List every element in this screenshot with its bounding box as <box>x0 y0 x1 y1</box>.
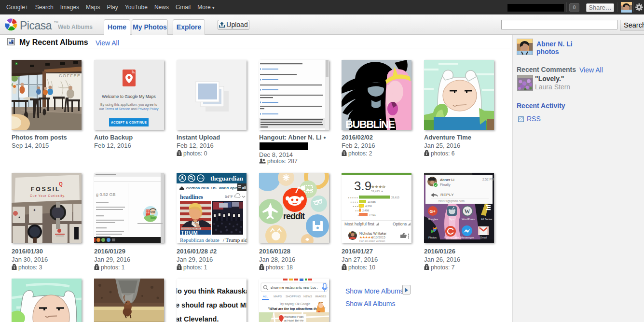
svg-text:7,401: 7,401 <box>369 213 376 216</box>
svg-text:our Terms of Service and Priva: our Terms of Service and Privacy Policy <box>99 107 159 111</box>
svg-text:SHOPPING: SHOPPING <box>286 295 301 298</box>
svg-text:● ●: ● ● <box>355 209 358 212</box>
svg-text:2:52 PM: 2:52 PM <box>482 178 494 181</box>
svg-text:world: world <box>219 186 229 190</box>
svg-text:headlines: headlines <box>180 194 203 200</box>
svg-text:REPLY: REPLY <box>440 193 454 197</box>
svg-text:1/10/2015: 1/10/2015 <box>371 236 385 239</box>
svg-text:at Cleveland.: at Cleveland. <box>177 315 219 322</box>
svg-text:3.9: 3.9 <box>354 179 371 193</box>
svg-text:G+: G+ <box>430 209 436 214</box>
svg-text:54°F: 54°F <box>225 195 233 199</box>
svg-text:Welcome to Google My Maps: Welcome to Google My Maps <box>102 94 155 99</box>
svg-text:Options: Options <box>393 222 407 226</box>
svg-text:★: ★ <box>381 184 385 189</box>
svg-text:e should rap about MI∶: e should rap about MI∶ <box>177 301 247 309</box>
svg-text:/ Trump sidelined: / Trump sidelined <box>223 237 247 243</box>
svg-text:TRUM: TRUM <box>181 230 198 236</box>
svg-text:Try saying: Ok Google: Try saying: Ok Google <box>279 302 311 306</box>
svg-text:●: ● <box>357 213 359 216</box>
svg-text:For an older version: For an older version <box>359 239 385 242</box>
svg-text:COFFEE: COFFEE <box>59 73 81 78</box>
svg-text:All Series: All Series <box>481 218 492 221</box>
svg-text:MAPS: MAPS <box>274 295 282 298</box>
svg-text:● ● ● ● ●: ● ● ● ● ● <box>348 196 358 199</box>
svg-text:Republican debate: Republican debate <box>180 237 219 243</box>
svg-text:IMAGES: IMAGES <box>315 295 326 298</box>
svg-text:show me restaurants near Los .: show me restaurants near Los . <box>271 286 318 289</box>
svg-text:US: US <box>211 186 216 190</box>
svg-text:● ● ● ●: ● ● ● ● <box>350 200 358 203</box>
svg-text:Gmail: Gmail <box>480 236 487 239</box>
svg-text:reddit: reddit <box>283 211 305 221</box>
svg-text:BUBBLİNE: BUBBLİNE <box>345 118 395 130</box>
svg-text:Google+: Google+ <box>428 218 438 221</box>
svg-text:10,555: 10,555 <box>368 200 376 203</box>
svg-text:Most helpful first: Most helpful first <box>344 222 375 226</box>
svg-text:Finally: Finally <box>440 182 451 187</box>
svg-text:FOSSIL: FOSSIL <box>31 186 60 193</box>
svg-text:ACCEPT & CONTINUE: ACCEPT & CONTINUE <box>111 121 147 124</box>
svg-text:Wolfgang Puck: Wolfgang Puck <box>284 315 304 318</box>
svg-text:Q: Q <box>59 182 63 187</box>
svg-text:g 0.52 GB: g 0.52 GB <box>96 192 116 197</box>
svg-text:at Hotel Bel-Air: at Hotel Bel-Air <box>284 319 303 322</box>
svg-text:Pocket Casts: Pocket Casts <box>444 236 460 239</box>
svg-text:Photos: Photos <box>428 236 437 239</box>
svg-text:53,435 ▲: 53,435 ▲ <box>371 190 384 193</box>
svg-text:By using this application, you: By using this application, you agree to <box>100 103 157 107</box>
svg-text:4,336: 4,336 <box>365 205 372 208</box>
svg-text:Sync: Sync <box>449 218 455 221</box>
svg-text:Nicholas Whitaker: Nicholas Whitaker <box>359 232 387 235</box>
svg-text:28,615: 28,615 <box>391 196 399 199</box>
svg-text:2,498: 2,498 <box>362 209 369 212</box>
svg-text:theguardian: theguardian <box>210 175 244 182</box>
svg-text:Messenger: Messenger <box>461 236 474 239</box>
svg-text:Abner Li: Abner Li <box>440 178 454 182</box>
svg-text:election 2016: election 2016 <box>186 186 209 190</box>
svg-text:all: all <box>242 186 246 189</box>
svg-text:W: W <box>465 208 470 215</box>
svg-text:lo you think Rakauskas: lo you think Rakauskas <box>177 287 247 295</box>
svg-text:NEWS: NEWS <box>303 295 312 298</box>
svg-text:WordPress: WordPress <box>462 218 475 221</box>
svg-text:✦: ✦ <box>33 208 36 212</box>
svg-text:ALL: ALL <box>263 295 268 298</box>
svg-text:tsat23@gmail.com: tsat23@gmail.com <box>438 199 465 203</box>
svg-text:Cue Your Curiosity.: Cue Your Curiosity. <box>30 194 66 198</box>
svg-text:● ● ●: ● ● ● <box>353 205 358 208</box>
